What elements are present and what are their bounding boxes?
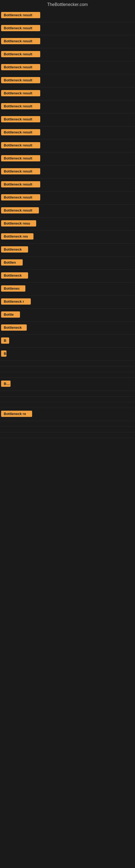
list-item: Bottleneck r bbox=[0, 296, 135, 309]
list-item: Bottleneck result bbox=[0, 113, 135, 126]
bottleneck-result-badge[interactable]: Bottleneck result bbox=[1, 194, 40, 200]
bottleneck-result-badge[interactable]: Bottleneck result bbox=[1, 25, 40, 31]
bottleneck-result-badge[interactable]: Bottleneck result bbox=[1, 207, 39, 214]
bottleneck-result-badge[interactable]: Bottleneck result bbox=[1, 181, 40, 187]
list-item: Bottleneck result bbox=[0, 140, 135, 152]
bottleneck-result-badge[interactable]: Bottleneck resu bbox=[1, 220, 36, 226]
bottleneck-result-badge[interactable]: Bottlen bbox=[1, 259, 23, 266]
bottleneck-result-badge[interactable]: Bottleneck bbox=[1, 272, 28, 279]
list-item: Bottleneck result bbox=[0, 100, 135, 113]
bottleneck-result-badge[interactable]: Bottleneck result bbox=[1, 38, 40, 44]
list-item bbox=[0, 427, 135, 432]
list-item: Bottleneck result bbox=[0, 165, 135, 179]
bottleneck-result-badge[interactable]: Bottleneck result bbox=[1, 103, 40, 109]
list-item: Bottleneck result bbox=[0, 22, 135, 35]
list-item: Bottleneck result bbox=[0, 179, 135, 191]
bottleneck-result-badge[interactable]: Bottleneck bbox=[1, 246, 28, 252]
list-item: Bo bbox=[0, 378, 135, 391]
bottleneck-result-badge[interactable]: Bottleneck result bbox=[1, 77, 40, 83]
bottleneck-result-badge[interactable]: Bottleneck result bbox=[1, 155, 40, 161]
bottleneck-result-badge[interactable]: Bottleneck result bbox=[1, 142, 40, 148]
bottleneck-result-badge[interactable]: Bottleneck res bbox=[1, 233, 34, 240]
list-item: Bottleneck result bbox=[0, 87, 135, 100]
list-item: Bottleneck result bbox=[0, 126, 135, 140]
bottleneck-result-badge[interactable]: Bottleneck result bbox=[1, 51, 40, 57]
bottleneck-result-badge[interactable]: Bottleneck result bbox=[1, 129, 40, 135]
list-item: Bottleneck result bbox=[0, 205, 135, 218]
bottleneck-result-badge[interactable]: B bbox=[1, 337, 9, 344]
list-item: Bottleneck re bbox=[0, 408, 135, 421]
bottleneck-result-badge[interactable]: Bo bbox=[1, 380, 10, 387]
list-item: Bottlenec bbox=[0, 283, 135, 296]
bottleneck-result-badge[interactable]: Bottleneck result bbox=[1, 168, 40, 175]
list-item: Bottle bbox=[0, 309, 135, 322]
bottleneck-result-badge[interactable]: Bottleneck result bbox=[1, 116, 40, 122]
bottleneck-result-badge[interactable]: Bottleneck result bbox=[1, 12, 40, 18]
list-item bbox=[0, 391, 135, 397]
list-item bbox=[0, 372, 135, 378]
list-item: Bottleneck result bbox=[0, 74, 135, 87]
bottleneck-result-badge[interactable]: Bottleneck re bbox=[1, 411, 32, 417]
list-item: Bottleneck result bbox=[0, 48, 135, 61]
list-item bbox=[0, 367, 135, 372]
list-item: Bottleneck result bbox=[0, 35, 135, 48]
list-item: Bottleneck result bbox=[0, 9, 135, 22]
list-item: Bottleneck resu bbox=[0, 218, 135, 230]
list-item: Bottleneck bbox=[0, 244, 135, 257]
list-item: Bottleneck result bbox=[0, 191, 135, 205]
list-item: Bottlen bbox=[0, 257, 135, 270]
site-title: TheBottlenecker.com bbox=[0, 0, 135, 9]
list-item bbox=[0, 397, 135, 402]
bottleneck-result-badge[interactable]: Bottleneck r bbox=[1, 299, 31, 305]
list-item: Bottleneck result bbox=[0, 61, 135, 74]
list-item bbox=[0, 432, 135, 438]
list-item bbox=[0, 421, 135, 427]
bottleneck-result-badge[interactable]: Bottleneck bbox=[1, 324, 27, 331]
list-item: B bbox=[0, 335, 135, 348]
list-item bbox=[0, 402, 135, 408]
list-item bbox=[0, 361, 135, 367]
bottleneck-result-badge[interactable]: Bottle bbox=[1, 311, 20, 318]
list-item: Bottleneck bbox=[0, 270, 135, 283]
bottleneck-result-badge[interactable]: B bbox=[1, 350, 6, 357]
list-item: Bottleneck result bbox=[0, 152, 135, 165]
bottleneck-result-badge[interactable]: Bottlenec bbox=[1, 285, 26, 291]
list-item: Bottleneck bbox=[0, 322, 135, 335]
bottleneck-result-badge[interactable]: Bottleneck result bbox=[1, 90, 40, 96]
list-item: B bbox=[0, 348, 135, 361]
bottleneck-result-badge[interactable]: Bottleneck result bbox=[1, 64, 40, 70]
list-item: Bottleneck res bbox=[0, 230, 135, 244]
